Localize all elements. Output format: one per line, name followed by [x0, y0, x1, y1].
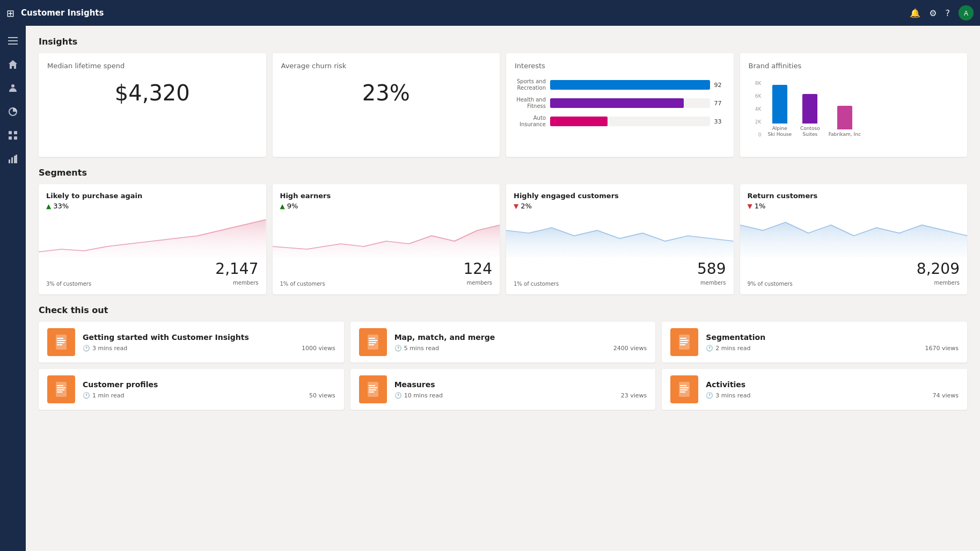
seg-title-0: Likely to purchase again — [46, 192, 259, 200]
interest-label-0: Sports and Recreation — [515, 78, 546, 91]
cto-body-3: Customer profiles 🕐 1 min read 50 views — [83, 380, 335, 399]
segment-card-1: High earners ▲ 9% 1% of customers 124 — [273, 184, 500, 294]
notification-icon[interactable]: 🔔 — [910, 8, 920, 18]
cto-read-time-3: 1 min read — [92, 392, 125, 399]
insights-grid: Median lifetime spend $4,320 Average chu… — [39, 53, 967, 157]
cto-card-3[interactable]: Customer profiles 🕐 1 min read 50 views — [39, 369, 344, 410]
seg-pct-2: ▼ 2% — [514, 202, 726, 210]
svg-rect-43 — [680, 389, 688, 390]
nav-segments[interactable] — [2, 101, 24, 122]
churn-risk-value: 23% — [281, 81, 492, 105]
svg-rect-2 — [8, 37, 18, 38]
cto-views-4: 23 views — [621, 392, 647, 399]
interests-title: Interests — [515, 62, 725, 70]
alpine-label: AlpineSki House — [768, 126, 792, 137]
arrow-down-icon-2: ▼ — [514, 202, 518, 210]
cto-title-3: Customer profiles — [83, 380, 335, 389]
cto-body-2: Segmentation 🕐 2 mins read 1670 views — [706, 333, 959, 352]
cto-read-2: 🕐 2 mins read — [706, 345, 750, 352]
cto-card-1[interactable]: Map, match, and merge 🕐 5 mins read 2400… — [350, 322, 656, 363]
seg-footer-3: 9% of customers 8,209 members — [748, 262, 960, 287]
cto-title-0: Getting started with Customer Insights — [83, 333, 335, 342]
svg-rect-34 — [57, 392, 62, 393]
segments-title: Segments — [39, 168, 967, 178]
cto-icon-3 — [47, 375, 75, 403]
segment-card-2: Highly engaged customers ▼ 2% 1% of cust… — [506, 184, 734, 294]
help-icon[interactable]: ? — [946, 8, 950, 18]
cto-card-2[interactable]: Segmentation 🕐 2 mins read 1670 views — [662, 322, 967, 363]
seg-pct-1: ▲ 9% — [280, 202, 493, 210]
median-spend-card: Median lifetime spend $4,320 — [39, 53, 266, 157]
interest-label-2: Auto Insurance — [515, 115, 546, 128]
seg-chart-0 — [39, 214, 266, 259]
nav-measures[interactable] — [2, 148, 24, 170]
cto-icon-5 — [670, 375, 698, 403]
avatar[interactable]: A — [959, 5, 974, 20]
svg-rect-41 — [680, 385, 686, 386]
side-nav — [0, 26, 26, 551]
cto-read-time-2: 2 mins read — [715, 345, 750, 352]
interest-val-1: 77 — [714, 100, 725, 107]
seg-title-3: Return customers — [748, 192, 960, 200]
interest-val-0: 92 — [714, 82, 725, 89]
seg-pct-0: ▲ 33% — [46, 202, 259, 210]
svg-rect-17 — [57, 340, 65, 341]
cto-views-3: 50 views — [309, 392, 335, 399]
svg-rect-9 — [9, 136, 12, 140]
seg-count-1: 124 — [464, 262, 492, 277]
seg-members-0: 2,147 members — [215, 262, 258, 287]
brand-chart: 8K 6K 4K 2K 0 AlpineSki House Con — [749, 78, 959, 148]
cto-title-2: Segmentation — [706, 333, 959, 342]
cto-card-4[interactable]: Measures 🕐 10 mins read 23 views — [350, 369, 656, 410]
arrow-up-icon-0: ▲ — [46, 202, 51, 210]
svg-rect-28 — [680, 342, 688, 343]
svg-rect-16 — [57, 338, 63, 339]
svg-rect-32 — [57, 387, 65, 388]
cto-meta-4: 🕐 10 mins read 23 views — [394, 392, 647, 399]
svg-rect-36 — [369, 385, 375, 386]
grid-icon[interactable]: ⊞ — [6, 8, 14, 19]
interest-row-1: Health and Fitness 77 — [515, 97, 725, 110]
nav-menu[interactable] — [2, 30, 24, 52]
svg-rect-11 — [9, 160, 10, 163]
seg-customers-2: 1% of customers — [514, 281, 559, 287]
svg-rect-27 — [680, 340, 689, 341]
nav-people[interactable] — [2, 77, 24, 99]
nav-home[interactable] — [2, 54, 24, 75]
top-nav-icons: 🔔 ⚙ ? A — [910, 5, 974, 20]
interests-bars: Sports and Recreation 92 Health and Fitn… — [515, 78, 725, 128]
cto-views-0: 1000 views — [302, 345, 335, 352]
cto-body-1: Map, match, and merge 🕐 5 mins read 2400… — [394, 333, 647, 352]
svg-rect-33 — [57, 389, 64, 390]
cto-views-2: 1670 views — [925, 345, 959, 352]
seg-members-1: 124 members — [464, 262, 492, 287]
clock-icon-3: 🕐 — [83, 392, 90, 399]
svg-rect-22 — [369, 340, 377, 341]
svg-rect-10 — [14, 136, 17, 140]
cto-read-time-0: 3 mins read — [92, 345, 127, 352]
brand-bar-contoso: ContosoSuites — [800, 94, 820, 137]
svg-point-5 — [11, 84, 14, 88]
seg-customers-3: 9% of customers — [748, 281, 793, 287]
interest-bar-2 — [550, 117, 608, 126]
interest-row-2: Auto Insurance 33 — [515, 115, 725, 128]
svg-rect-37 — [369, 387, 377, 388]
svg-rect-7 — [9, 131, 12, 134]
contoso-label: ContosoSuites — [800, 126, 820, 137]
cto-read-5: 🕐 3 mins read — [706, 392, 750, 399]
cto-title-1: Map, match, and merge — [394, 333, 647, 342]
svg-rect-44 — [680, 392, 685, 393]
cto-meta-1: 🕐 5 mins read 2400 views — [394, 345, 647, 352]
cto-views-5: 74 views — [932, 392, 959, 399]
nav-activities[interactable] — [2, 125, 24, 146]
churn-risk-card: Average churn risk 23% — [273, 53, 500, 157]
cto-body-4: Measures 🕐 10 mins read 23 views — [394, 380, 647, 399]
settings-icon[interactable]: ⚙ — [929, 8, 937, 18]
svg-rect-19 — [57, 344, 62, 345]
cto-card-5[interactable]: Activities 🕐 3 mins read 74 views — [662, 369, 967, 410]
cto-card-0[interactable]: Getting started with Customer Insights 🕐… — [39, 322, 344, 363]
seg-footer-1: 1% of customers 124 members — [280, 262, 493, 287]
svg-rect-29 — [680, 344, 685, 345]
cto-meta-5: 🕐 3 mins read 74 views — [706, 392, 959, 399]
clock-icon-5: 🕐 — [706, 392, 713, 399]
